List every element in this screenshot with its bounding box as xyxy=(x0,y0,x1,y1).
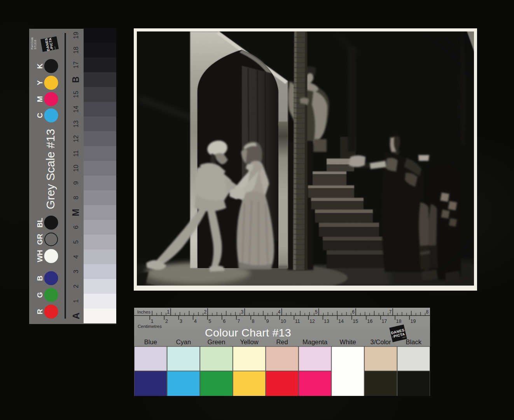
svg-text:Magenta: Magenta xyxy=(302,338,328,345)
svg-text:6: 6 xyxy=(223,319,226,324)
svg-text:5: 5 xyxy=(208,319,211,324)
svg-text:Black: Black xyxy=(406,338,422,345)
svg-text:Centimetres: Centimetres xyxy=(138,324,162,329)
svg-text:B: B xyxy=(71,77,81,83)
svg-text:18: 18 xyxy=(72,47,79,54)
svg-text:WH: WH xyxy=(36,250,44,262)
svg-text:G: G xyxy=(36,292,44,298)
svg-text:4: 4 xyxy=(278,309,281,315)
svg-text:3: 3 xyxy=(241,309,244,315)
svg-text:5: 5 xyxy=(315,309,318,315)
svg-text:16: 16 xyxy=(367,319,372,324)
svg-text:1: 1 xyxy=(72,299,79,303)
svg-text:1: 1 xyxy=(167,309,170,315)
svg-text:11: 11 xyxy=(72,150,79,157)
svg-text:9: 9 xyxy=(266,319,269,324)
svg-text:Red: Red xyxy=(276,338,288,345)
svg-text:8: 8 xyxy=(72,196,79,199)
svg-text:1: 1 xyxy=(151,319,154,324)
svg-text:14: 14 xyxy=(338,319,344,324)
svg-text:Part Code: Part Code xyxy=(31,37,33,49)
svg-text:10: 10 xyxy=(72,165,79,172)
svg-text:8: 8 xyxy=(252,319,255,324)
svg-text:M: M xyxy=(71,209,81,216)
svg-text:R: R xyxy=(36,309,44,314)
svg-text:BL: BL xyxy=(36,218,44,228)
svg-text:White: White xyxy=(340,338,356,345)
svg-text:Blue: Blue xyxy=(144,338,157,345)
svg-text:12: 12 xyxy=(309,319,315,324)
svg-text:B: B xyxy=(36,275,44,281)
svg-text:GR: GR xyxy=(36,234,44,245)
svg-text:7: 7 xyxy=(389,309,392,315)
svg-text:11: 11 xyxy=(295,319,300,324)
svg-text:2: 2 xyxy=(72,284,79,288)
svg-text:7: 7 xyxy=(237,319,240,324)
svg-text:Yellow: Yellow xyxy=(240,338,258,345)
svg-text:10: 10 xyxy=(281,319,286,324)
svg-text:17: 17 xyxy=(381,319,387,324)
svg-text:19: 19 xyxy=(411,319,416,324)
svg-text:4: 4 xyxy=(194,319,197,324)
svg-text:6: 6 xyxy=(352,309,355,315)
svg-text:19: 19 xyxy=(72,32,79,39)
svg-text:ST1316: ST1316 xyxy=(34,40,37,49)
svg-text:8: 8 xyxy=(426,309,429,315)
svg-text:12: 12 xyxy=(72,135,79,142)
svg-text:Y: Y xyxy=(36,80,44,85)
svg-text:4: 4 xyxy=(72,255,79,258)
svg-text:C: C xyxy=(36,113,44,118)
svg-text:14: 14 xyxy=(72,106,79,113)
svg-text:Grey Scale #13: Grey Scale #13 xyxy=(44,129,57,209)
svg-text:A: A xyxy=(71,312,81,319)
svg-text:2: 2 xyxy=(204,309,206,315)
svg-text:15: 15 xyxy=(353,319,358,324)
svg-text:Cyan: Cyan xyxy=(176,338,191,345)
svg-text:5: 5 xyxy=(72,240,79,244)
svg-text:Green: Green xyxy=(207,338,225,345)
svg-text:17: 17 xyxy=(72,61,79,68)
svg-text:Inches: Inches xyxy=(137,310,150,314)
svg-text:9: 9 xyxy=(72,181,79,185)
svg-text:6: 6 xyxy=(72,225,79,229)
svg-text:3/Color: 3/Color xyxy=(371,338,392,345)
svg-text:2: 2 xyxy=(165,319,168,324)
svg-text:15: 15 xyxy=(72,91,79,98)
svg-text:13: 13 xyxy=(324,319,329,324)
svg-text:M: M xyxy=(36,96,44,102)
svg-text:3: 3 xyxy=(180,319,182,324)
svg-text:3: 3 xyxy=(72,270,79,273)
svg-text:K: K xyxy=(36,63,44,69)
svg-text:13: 13 xyxy=(72,120,79,127)
svg-text:Colour Chart #13: Colour Chart #13 xyxy=(205,326,291,339)
svg-text:18: 18 xyxy=(396,319,402,324)
